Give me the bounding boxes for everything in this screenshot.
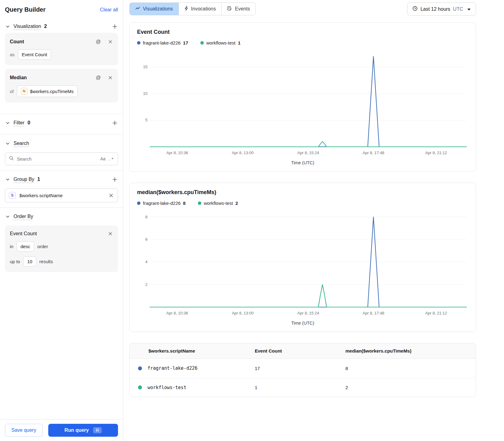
chart-legend: fragrant-lake-d226 17 workflows-test 1 xyxy=(137,40,468,45)
svg-text:Apr 8, 21:12: Apr 8, 21:12 xyxy=(425,150,447,155)
time-range-timezone: UTC xyxy=(453,6,463,12)
group-by-item[interactable]: S $workers.scriptName xyxy=(5,188,118,202)
remove-median-icon[interactable] xyxy=(108,75,113,80)
run-query-button[interactable]: Run query R xyxy=(48,424,118,437)
results-label: results xyxy=(39,259,53,264)
legend-value: 17 xyxy=(183,40,188,45)
legend-value: 1 xyxy=(238,40,240,45)
legend-name: workflows-test xyxy=(204,201,233,206)
table-header-median: median($workers.cpuTimeMs) xyxy=(345,348,476,353)
chevron-down-icon[interactable] xyxy=(5,24,10,29)
alert-at-icon[interactable]: @ xyxy=(95,38,101,45)
series-dot xyxy=(198,201,201,205)
filter-section: Filter 0 xyxy=(0,114,123,134)
chart-title: median($workers.cpuTimeMs) xyxy=(137,189,468,196)
table-row: fragrant-lake-d226 17 8 xyxy=(130,359,476,378)
clear-all-link[interactable]: Clear all xyxy=(100,7,118,13)
visualization-count: 2 xyxy=(44,24,47,29)
in-label: in xyxy=(10,244,14,249)
legend-value: 2 xyxy=(235,201,238,206)
chevron-down-icon[interactable] xyxy=(5,214,10,219)
median-cpu-chart-card: median($workers.cpuTimeMs) fragrant-lake… xyxy=(129,183,476,332)
order-by-field: Event Count xyxy=(10,231,37,236)
median-visualization-card: Median @ of N $workers.cpuTimeMs xyxy=(5,69,118,103)
series-dot xyxy=(138,385,142,389)
as-label: as xyxy=(10,52,15,57)
svg-text:Apr 8, 17:48: Apr 8, 17:48 xyxy=(363,311,384,315)
order-suffix-label: order xyxy=(37,244,48,249)
regex-icon[interactable]: .* xyxy=(108,157,114,161)
add-group-by-button[interactable] xyxy=(112,176,118,183)
app-root: Query Builder Clear all Visualization 2 xyxy=(0,0,504,441)
group-by-count: 1 xyxy=(37,177,40,182)
series-dot xyxy=(200,41,204,45)
median-value: 8 xyxy=(345,366,476,371)
search-input[interactable] xyxy=(17,156,97,162)
svg-text:Apr 8, 10:36: Apr 8, 10:36 xyxy=(166,311,188,315)
tab-invocations[interactable]: Invocations xyxy=(179,3,222,15)
legend-item[interactable]: fragrant-lake-d226 8 xyxy=(137,201,186,206)
svg-text:Apr 8, 10:36: Apr 8, 10:36 xyxy=(166,150,188,155)
remove-group-by-icon[interactable] xyxy=(108,193,114,198)
save-query-button[interactable]: Save query xyxy=(5,424,43,437)
time-range-selector[interactable]: Last 12 hours UTC xyxy=(407,2,476,16)
upto-label: up to xyxy=(10,259,20,264)
alert-at-icon[interactable]: @ xyxy=(95,74,101,81)
table-header-event-count: Event Count xyxy=(255,348,345,353)
tab-events[interactable]: Events xyxy=(221,3,255,15)
event-count-value: 1 xyxy=(255,385,345,390)
chart-title: Event Count xyxy=(137,29,468,35)
event-count-value: 17 xyxy=(255,366,345,371)
table-header-scriptname: $workers.scriptName xyxy=(130,348,255,353)
search-icon xyxy=(9,156,14,162)
tab-invocations-label: Invocations xyxy=(191,6,216,12)
svg-text:Apr 8, 21:12: Apr 8, 21:12 xyxy=(425,311,447,315)
remove-order-by-icon[interactable] xyxy=(108,231,113,236)
clock-icon xyxy=(412,6,418,12)
legend-item[interactable]: workflows-test 1 xyxy=(200,40,240,45)
svg-text:Apr 8, 17:48: Apr 8, 17:48 xyxy=(363,150,384,155)
of-label: of xyxy=(10,89,14,94)
legend-name: workflows-test xyxy=(206,40,235,45)
chevron-down-icon[interactable] xyxy=(5,120,10,126)
add-visualization-button[interactable] xyxy=(112,23,118,30)
filter-label: Filter xyxy=(14,120,25,126)
order-direction-selector[interactable]: desc xyxy=(17,241,34,252)
svg-text:10: 10 xyxy=(143,91,148,96)
chevron-down-icon[interactable] xyxy=(5,141,10,146)
median-value: 2 xyxy=(345,385,476,390)
median-field-selector[interactable]: N $workers.cpuTimeMs xyxy=(17,85,78,97)
view-tabs: Visualizations Invocations Events xyxy=(129,2,256,15)
group-by-section: Group By 1 S $workers.scriptName xyxy=(0,170,123,207)
chevron-down-icon[interactable] xyxy=(5,177,10,182)
match-case-icon[interactable]: Aa xyxy=(100,156,105,161)
legend-item[interactable]: workflows-test 2 xyxy=(198,201,238,206)
svg-text:4: 4 xyxy=(145,260,148,264)
add-filter-button[interactable] xyxy=(112,120,118,126)
string-type-icon: S xyxy=(9,192,16,199)
order-by-card: Event Count in desc order up to 10 xyxy=(5,225,118,272)
order-by-label: Order By xyxy=(14,214,33,219)
series-dot xyxy=(137,41,140,45)
svg-text:Apr 8, 13:00: Apr 8, 13:00 xyxy=(232,311,254,315)
remove-count-icon[interactable] xyxy=(108,39,113,45)
lightning-icon xyxy=(184,6,188,12)
sidebar-footer: Save query Run query R xyxy=(0,419,123,441)
count-card-title: Count xyxy=(10,39,95,45)
svg-text:6: 6 xyxy=(145,237,148,242)
script-name: fragrant-lake-d226 xyxy=(148,365,198,371)
count-alias-field[interactable]: Event Count xyxy=(18,49,51,60)
number-type-icon: N xyxy=(21,88,28,95)
result-limit-field[interactable]: 10 xyxy=(23,256,36,267)
filter-count: 0 xyxy=(28,120,30,126)
script-name: workflows-test xyxy=(148,385,186,390)
median-card-title: Median xyxy=(10,75,95,80)
results-table: $workers.scriptName Event Count median($… xyxy=(129,343,476,397)
series-dot xyxy=(138,366,142,370)
table-row: workflows-test 1 2 xyxy=(130,378,476,397)
legend-item[interactable]: fragrant-lake-d226 17 xyxy=(137,40,188,45)
tab-visualizations-label: Visualizations xyxy=(143,6,173,12)
run-query-label: Run query xyxy=(65,427,89,433)
count-visualization-card: Count @ as Event Count xyxy=(5,33,118,65)
tab-visualizations[interactable]: Visualizations xyxy=(130,3,179,15)
